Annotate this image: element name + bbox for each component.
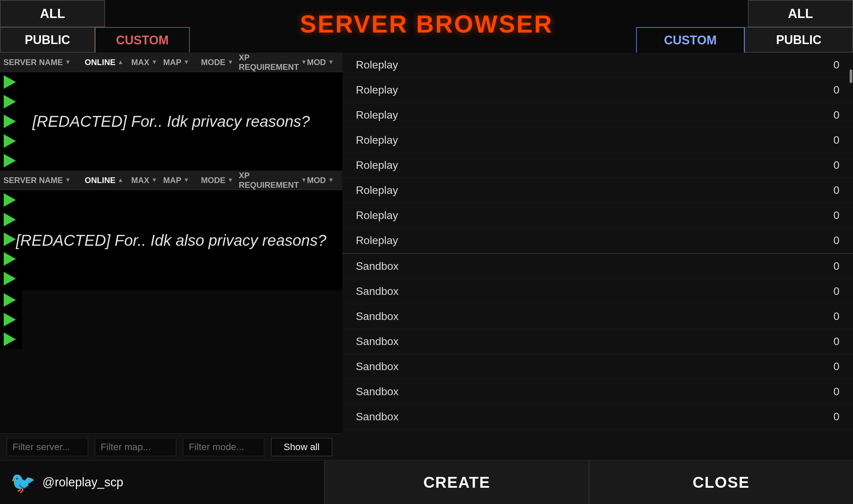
mode-row-roleplay-3[interactable]: Roleplay0 [342,153,853,178]
col2-mod[interactable]: MOD ▼ [307,176,339,185]
scrollbar-indicator [850,70,852,83]
play-btn-1-1[interactable] [0,72,20,92]
play-btn-2-1[interactable] [0,190,20,210]
sort2-map-icon: ▼ [183,177,189,184]
bottom-bar: 🐦 @roleplay_scp CREATE CLOSE [0,460,853,504]
left-tab-group: ALL PUBLIC CUSTOM [0,0,190,53]
sort-max-icon: ▼ [151,59,158,66]
col-online[interactable]: ONLINE ▲ [85,58,131,67]
play-btn-2-5[interactable] [0,269,20,288]
section-2-redacted-text: [REDACTED] For.. Idk also privacy reason… [16,231,326,250]
server-list-area: SERVER NAME ▼ ONLINE ▲ MAX ▼ MAP ▼ MODE … [0,53,342,460]
mode-row-sandbox-6[interactable]: Sandbox0 [342,404,853,429]
right-tab-row: CUSTOM PUBLIC [636,27,853,53]
create-button[interactable]: CREATE [324,461,589,504]
col-mod[interactable]: MOD ▼ [307,58,339,67]
col-xp-req[interactable]: XP REQUIREMENT ▼ [239,53,307,72]
mode-row-roleplay-4[interactable]: Roleplay0 [342,178,853,203]
play-btn-2-8[interactable] [0,329,20,349]
play-buttons-section-1 [0,72,22,170]
mode-row-roleplay-0[interactable]: Roleplay0 [342,78,853,103]
filter-server-input[interactable] [7,438,88,456]
column-headers-1: SERVER NAME ▼ ONLINE ▲ MAX ▼ MAP ▼ MODE … [0,53,342,72]
show-all-button[interactable]: Show all [271,438,332,456]
mode-list-scroll[interactable]: Roleplay0Roleplay0Roleplay0Roleplay0Role… [342,53,853,460]
col-map[interactable]: MAP ▼ [163,58,201,67]
col2-max[interactable]: MAX ▼ [131,176,163,185]
right-tab-group: ALL CUSTOM PUBLIC [636,0,853,53]
twitter-icon: 🐦 [10,470,36,494]
mode-row-sandbox-5[interactable]: Sandbox0 [342,379,853,404]
sort2-online-icon: ▲ [117,177,124,184]
sort-map-icon: ▼ [183,59,189,66]
mode-row-sandbox-2[interactable]: Sandbox0 [342,304,853,329]
sort2-xp-icon: ▼ [301,177,307,184]
play-btn-1-3[interactable] [0,111,20,131]
mode-row-sandbox-4[interactable]: Sandbox0 [342,354,853,379]
sort2-mod-icon: ▼ [328,177,334,184]
sort-server-name-icon: ▼ [65,59,71,66]
twitter-area: 🐦 @roleplay_scp [0,470,324,494]
top-bar: ALL PUBLIC CUSTOM SERVER BROWSER ALL CUS… [0,0,853,54]
mode-row-sandbox-1[interactable]: Sandbox0 [342,279,853,304]
bottom-actions: CREATE CLOSE [324,461,853,504]
mode-row-roleplay-6[interactable]: Roleplay0 [342,228,853,253]
tab-public-right[interactable]: PUBLIC [745,27,853,53]
server-section-2-content: [REDACTED] For.. Idk also privacy reason… [0,190,342,290]
col2-server-name[interactable]: SERVER NAME ▼ [3,176,85,185]
col2-mode[interactable]: MODE ▼ [201,176,239,185]
sort2-mode-icon: ▼ [228,177,234,184]
tab-custom-right[interactable]: CUSTOM [636,27,745,53]
sort-xp-icon: ▼ [301,59,307,66]
play-btn-1-5[interactable] [0,151,20,170]
column-headers-2: SERVER NAME ▼ ONLINE ▲ MAX ▼ MAP ▼ MODE [0,170,342,190]
server-list-scroll[interactable]: [REDACTED] For.. Idk privacy reasons? SE… [0,72,342,460]
tab-all-right[interactable]: ALL [748,0,853,27]
page-title: SERVER BROWSER [300,10,553,38]
mode-row[interactable]: Roleplay0 [342,53,853,78]
section-1-redacted-text: [REDACTED] For.. Idk privacy reasons? [33,112,310,130]
sort2-server-name-icon: ▼ [65,177,71,184]
filter-bar: Show all [0,433,342,460]
main-area: SERVER NAME ▼ ONLINE ▲ MAX ▼ MAP ▼ MODE … [0,53,853,460]
sort-online-icon: ▲ [117,59,124,66]
col2-xp-req[interactable]: XP REQUIREMENT ▼ [239,171,307,190]
filter-mode-input[interactable] [183,438,264,456]
mode-row-sandbox-0[interactable]: Sandbox0 [342,254,853,279]
col-mode[interactable]: MODE ▼ [201,58,239,67]
twitter-handle: @roleplay_scp [42,475,123,489]
left-tab-row: PUBLIC CUSTOM [0,27,190,53]
play-btn-2-6[interactable] [0,290,20,310]
sort2-max-icon: ▼ [151,177,158,184]
mode-row-roleplay-2[interactable]: Roleplay0 [342,128,853,153]
play-btn-2-4[interactable] [0,249,20,269]
col-server-name[interactable]: SERVER NAME ▼ [3,58,85,67]
tab-custom-left[interactable]: CUSTOM [95,27,190,53]
mode-list-area: Roleplay0Roleplay0Roleplay0Roleplay0Role… [342,53,853,460]
close-button[interactable]: CLOSE [589,461,853,504]
col-max[interactable]: MAX ▼ [131,58,163,67]
tab-public-left[interactable]: PUBLIC [0,27,95,53]
mode-row-roleplay-5[interactable]: Roleplay0 [342,203,853,228]
play-btn-1-2[interactable] [0,92,20,111]
server-section-1-content: [REDACTED] For.. Idk privacy reasons? [0,72,342,170]
col2-online[interactable]: ONLINE ▲ [85,176,131,185]
mode-row-roleplay-1[interactable]: Roleplay0 [342,103,853,128]
col2-map[interactable]: MAP ▼ [163,176,201,185]
tab-all-left[interactable]: ALL [0,0,105,27]
sort-mod-icon: ▼ [328,59,334,66]
filter-map-input[interactable] [95,438,176,456]
server-section-1: [REDACTED] For.. Idk privacy reasons? [0,72,342,170]
server-section-2: [REDACTED] For.. Idk also privacy reason… [0,190,342,290]
play-btn-2-7[interactable] [0,310,20,329]
mode-row-sandbox-3[interactable]: Sandbox0 [342,329,853,354]
sort-mode-icon: ▼ [228,59,234,66]
play-btn-1-4[interactable] [0,131,20,151]
play-btn-2-2[interactable] [0,210,20,230]
